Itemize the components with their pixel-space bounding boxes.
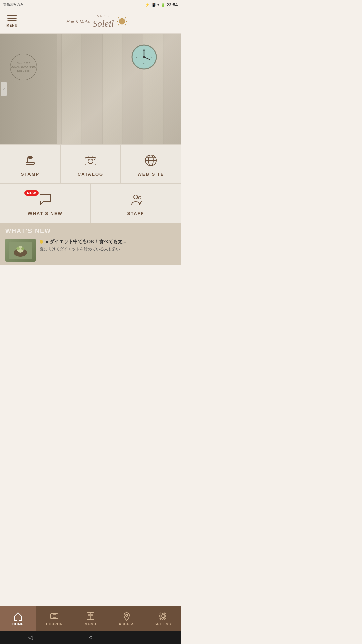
new-badge: NEW [24,190,39,196]
logo-main: Soleil [93,18,114,29]
globe-icon [143,153,158,168]
svg-point-29 [138,196,141,199]
news-item[interactable]: ● ダイエット中でもOK！食べても太... 夏に向けてダイエットを始めている人も… [5,239,176,262]
hero-left-panel [0,34,57,144]
hero-clock-icon: 12 6 9 3 [131,44,158,70]
news-sub: 夏に向けてダイエットを始めている人も多い [40,246,176,252]
whatsnew-menu-item[interactable]: NEW WHAT'S NEW [0,184,90,223]
news-thumbnail [5,239,36,262]
svg-point-28 [134,195,138,199]
svg-line-5 [118,17,119,18]
menu-line-3 [7,20,17,21]
status-carrier: 緊急通報のみ [3,2,23,7]
hero-prev-arrow[interactable]: ‹ [1,82,7,96]
svg-point-33 [16,247,20,250]
svg-line-6 [125,24,126,25]
stamp-icon [23,153,38,168]
svg-point-21 [88,159,93,164]
whatsnew-label: WHAT'S NEW [28,211,63,216]
menu-line-1 [7,15,17,16]
hero-stamp: Since 1992OCEAN BLVD.N°108San Diego [10,54,37,80]
camera-icon [83,153,98,168]
staff-label: STAFF [127,211,144,216]
menu-label: MENU [6,24,17,28]
people-icon [128,192,143,207]
app-header: MENU Hair & Make ソレイユ Soleil [0,9,181,34]
logo-main-block: ソレイユ Soleil [93,14,114,29]
svg-text:12: 12 [143,49,145,51]
wifi-icon: ▾ [157,3,159,7]
catalog-label: CATALOG [78,172,103,177]
news-thumb-image [9,242,32,259]
logo-area: Hair & Make ソレイユ Soleil [19,14,176,29]
menu-button[interactable]: MENU [5,15,19,28]
sun-logo-icon [116,15,128,28]
logo-text: Hair & Make [66,19,90,24]
menu-line-2 [7,18,17,19]
stamp-menu-item[interactable]: STAMP [0,145,60,184]
hero-banner: Since 1992OCEAN BLVD.N°108San Diego 12 6… [0,34,181,144]
svg-point-22 [94,159,95,160]
svg-line-7 [125,17,126,18]
staff-menu-item[interactable]: STAFF [90,184,181,223]
news-headline: ● ダイエット中でもOK！食べても太... [40,239,176,245]
stamp-label: STAMP [21,172,40,177]
logo-kana: ソレイユ [93,14,114,18]
whats-new-section-title: WHAT'S NEW [5,228,176,235]
svg-point-0 [119,18,125,24]
news-content: ● ダイエット中でもOK！食べても太... 夏に向けてダイエットを始めている人も… [40,239,176,252]
battery-icon: 🔋 [161,3,165,7]
vibrate-icon: 📳 [151,3,156,7]
grid-menu-row1: STAMP CATALOG WEB SITE [0,144,181,184]
logo-prefix: Hair & Make [66,18,90,24]
status-bar: 緊急通報のみ ⚡ 📳 ▾ 🔋 23:54 [0,0,181,9]
bluetooth-icon: ⚡ [145,3,150,7]
news-dot [40,240,43,244]
whats-new-section: WHAT'S NEW ● ダイエット中でもOK！食べても太... 夏に向けてダイ… [0,223,181,265]
status-icons: ⚡ 📳 ▾ 🔋 23:54 [145,2,178,7]
svg-line-8 [118,24,119,25]
website-label: WEB SITE [138,172,164,177]
time-display: 23:54 [167,2,178,7]
catalog-menu-item[interactable]: CATALOG [60,145,121,184]
grid-menu-row2: NEW WHAT'S NEW STAFF [0,184,181,223]
chat-icon [38,192,53,207]
svg-point-34 [21,247,24,250]
website-menu-item[interactable]: WEB SITE [121,145,181,184]
